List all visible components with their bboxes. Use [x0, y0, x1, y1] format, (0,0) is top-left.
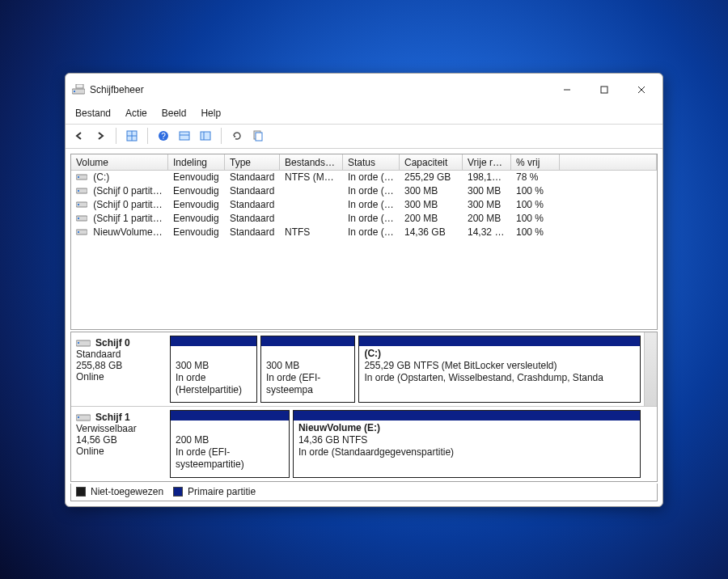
svg-rect-31 — [78, 416, 79, 418]
partition[interactable]: (C:)255,29 GB NTFS (Met BitLocker versle… — [358, 336, 641, 403]
partition-header — [171, 336, 256, 346]
table-row[interactable]: (C:)EenvoudigStandaardNTFS (Met ...In or… — [71, 171, 657, 184]
refresh-icon — [231, 130, 243, 142]
toolbar-settings-button[interactable] — [197, 127, 214, 145]
svg-rect-19 — [78, 176, 79, 178]
col-status[interactable]: Status — [343, 154, 400, 170]
table-row[interactable]: (Schijf 0 partitie 2)EenvoudigStandaardI… — [71, 198, 657, 212]
disk-management-window: Schijfbeheer Bestand Actie Beeld Help — [65, 73, 663, 507]
cell-filesystem: NTFS — [280, 226, 343, 239]
disk-name: Schijf 1 — [76, 412, 130, 423]
window-maximize-button[interactable] — [586, 78, 622, 101]
disk-partitions: 300 MBIn orde (Herstelpartitie)300 MBIn … — [167, 332, 644, 406]
toolbar-properties-button[interactable] — [249, 127, 267, 145]
window-title: Schijfbeheer — [90, 84, 144, 95]
cell-filesystem — [280, 204, 343, 205]
cell-capacity: 14,36 GB — [400, 226, 463, 239]
window-minimize-button[interactable] — [549, 78, 585, 101]
disk-info: Schijf 1Verwisselbaar14,56 GBOnline — [71, 407, 167, 481]
menu-help[interactable]: Help — [194, 104, 227, 124]
toolbar-help-button[interactable]: ? — [154, 127, 172, 145]
table-body: (C:)EenvoudigStandaardNTFS (Met ...In or… — [71, 171, 657, 329]
volume-table: Volume Indeling Type Bestandssys... Stat… — [70, 154, 658, 330]
menu-beeld[interactable]: Beeld — [155, 104, 193, 124]
disk-row: Schijf 0Standaard255,88 GBOnline300 MBIn… — [71, 332, 657, 407]
col-layout[interactable]: Indeling — [168, 154, 225, 170]
svg-rect-1 — [74, 91, 75, 92]
cell-pct: 78 % — [511, 171, 560, 184]
disk-type: Standaard — [76, 349, 121, 360]
toolbar-back-button[interactable] — [70, 127, 88, 145]
disk-row: Schijf 1Verwisselbaar14,56 GBOnline200 M… — [71, 407, 657, 481]
partition-size: 200 MB — [176, 434, 284, 446]
svg-rect-17 — [256, 133, 262, 141]
partition[interactable]: 300 MBIn orde (EFI-systeempa — [260, 336, 356, 403]
partition-name: (C:) — [364, 348, 635, 360]
disk-size: 14,56 GB — [76, 434, 117, 446]
swatch-blue — [173, 487, 183, 497]
cell-free: 300 MB — [463, 184, 511, 198]
partition[interactable]: NieuwVolume (E:)14,36 GB NTFSIn orde (St… — [293, 410, 641, 478]
window-close-button[interactable] — [624, 78, 659, 101]
properties-icon — [252, 130, 264, 142]
cell-free: 200 MB — [463, 212, 511, 226]
partition-body: NieuwVolume (E:)14,36 GB NTFSIn orde (St… — [294, 421, 640, 477]
cell-free: 198,16 GB — [463, 171, 511, 184]
cell-pct: 100 % — [511, 212, 560, 226]
cell-status: In orde (St... — [343, 226, 400, 239]
titlebar: Schijfbeheer — [66, 74, 662, 104]
partition-size: 255,29 GB NTFS (Met BitLocker versleutel… — [364, 360, 635, 372]
partition[interactable]: 200 MBIn orde (EFI-systeempartitie) — [170, 410, 290, 478]
cell-extra — [560, 218, 657, 219]
col-free[interactable]: Vrije rui... — [463, 154, 511, 170]
menu-bestand[interactable]: Bestand — [69, 104, 117, 124]
vertical-scrollbar[interactable] — [644, 332, 657, 406]
legend-unallocated-label: Niet-toegewezen — [91, 486, 163, 497]
cell-layout: Eenvoudig — [168, 184, 225, 198]
cell-capacity: 255,29 GB — [400, 171, 463, 184]
table-row[interactable]: NieuwVolume (E:)EenvoudigStandaardNTFSIn… — [71, 226, 657, 239]
toolbar-refresh-button[interactable] — [228, 127, 246, 145]
cell-pct: 100 % — [511, 198, 560, 212]
svg-rect-4 — [601, 87, 607, 93]
graphical-icon — [200, 130, 211, 142]
svg-rect-21 — [78, 190, 79, 192]
menu-actie[interactable]: Actie — [119, 104, 154, 124]
col-volume[interactable]: Volume — [71, 154, 168, 170]
table-row[interactable]: (Schijf 0 partitie 1)EenvoudigStandaardI… — [71, 184, 657, 198]
toolbar-detail-button[interactable] — [176, 127, 193, 145]
col-extra[interactable] — [560, 154, 657, 170]
table-row[interactable]: (Schijf 1 partitie 1)EenvoudigStandaardI… — [71, 212, 657, 226]
partition-status: In orde (EFI-systeempa — [266, 372, 350, 396]
partition-status: In orde (Opstarten, Wisselbestand, Crash… — [364, 372, 635, 384]
legend: Niet-toegewezen Primaire partitie — [70, 484, 658, 501]
svg-text:?: ? — [161, 132, 166, 141]
col-pct-free[interactable]: % vrij — [511, 154, 560, 170]
swatch-black — [76, 487, 86, 497]
partition-header — [171, 411, 289, 421]
disk-size: 255,88 GB — [76, 360, 122, 371]
table-header: Volume Indeling Type Bestandssys... Stat… — [71, 154, 657, 171]
cell-status: In orde (E... — [343, 198, 400, 212]
forward-arrow-icon — [95, 130, 106, 142]
cell-filesystem: NTFS (Met ... — [280, 171, 343, 184]
col-filesystem[interactable]: Bestandssys... — [280, 154, 343, 170]
col-capacity[interactable]: Capaciteit — [400, 154, 463, 170]
cell-status: In orde (H... — [343, 184, 400, 198]
partition[interactable]: 300 MBIn orde (Herstelpartitie) — [170, 336, 257, 403]
cell-volume: NieuwVolume (E:) — [71, 226, 168, 239]
partition-size: 300 MB — [176, 360, 252, 372]
toolbar-separator — [221, 128, 222, 144]
partition-size: 14,36 GB NTFS — [298, 434, 635, 446]
toolbar-forward-button[interactable] — [91, 127, 109, 145]
cell-capacity: 300 MB — [400, 184, 463, 198]
disk-status: Online — [76, 371, 104, 382]
svg-rect-23 — [78, 204, 79, 205]
partition-header — [359, 336, 640, 346]
toolbar-view-button[interactable] — [123, 127, 141, 145]
cell-volume: (Schijf 0 partitie 1) — [71, 184, 168, 198]
cell-type: Standaard — [225, 171, 280, 184]
disk-name: Schijf 0 — [76, 337, 130, 349]
app-icon — [72, 84, 85, 95]
col-type[interactable]: Type — [225, 154, 280, 170]
